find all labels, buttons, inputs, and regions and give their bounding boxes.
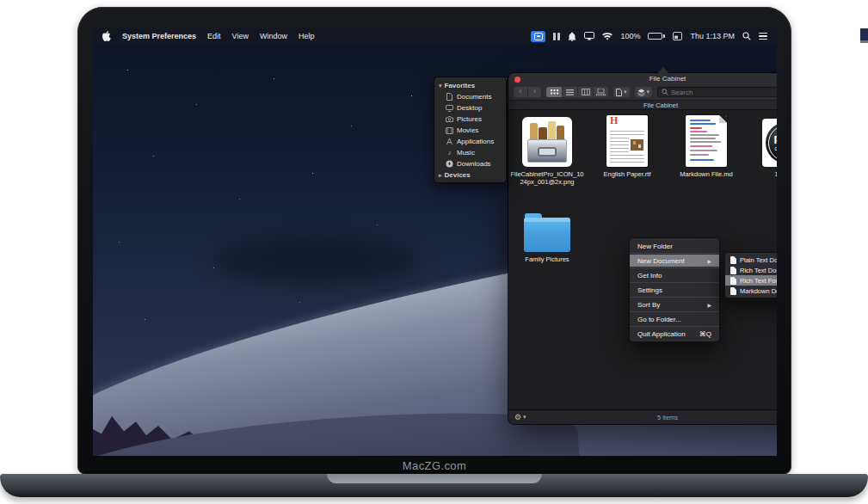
menu-item-settings[interactable]: Settings <box>630 284 719 296</box>
apple-menu[interactable] <box>102 31 111 41</box>
forward-button[interactable]: › <box>527 87 541 97</box>
sidebar-item-movies[interactable]: Movies <box>434 125 506 136</box>
document-icon <box>616 89 622 96</box>
folder-family-pictures[interactable]: Family Pictures <box>508 204 586 263</box>
gear-icon: ⚙ <box>514 413 521 421</box>
list-view-icon <box>566 89 574 95</box>
file-markdown-md[interactable]: Markdown File.md <box>668 114 745 178</box>
disclosure-down-icon: ▾ <box>439 83 442 89</box>
view-switcher <box>546 87 608 97</box>
sidebar-item-desktop[interactable]: Desktop <box>434 102 506 114</box>
chevron-down-icon: ▾ <box>647 89 650 95</box>
layers-icon <box>637 89 645 96</box>
submenu-arrow-icon: ▶ <box>707 258 711 264</box>
file-english-paper-rtf[interactable]: H English Paper.rtf <box>588 114 666 178</box>
stage: MacZG.com System Preferences Edit <box>0 0 868 504</box>
favorites-header[interactable]: ▾ Favorites <box>434 80 506 91</box>
column-view-button[interactable] <box>577 87 593 97</box>
menu-window[interactable]: Window <box>260 32 287 40</box>
title-bar[interactable]: File Cabinet <box>508 73 777 84</box>
battery-icon[interactable] <box>648 33 665 40</box>
sidebar-item-downloads[interactable]: Downloads <box>434 158 506 169</box>
submenu-item-plain-text[interactable]: Plain Text Document (TXT) <box>725 255 777 265</box>
menu-edit[interactable]: Edit <box>207 32 221 40</box>
apple-logo-icon <box>102 31 111 41</box>
toolbar: ‹ › <box>508 84 777 100</box>
downloads-icon <box>446 160 453 168</box>
favorites-panel: ▾ Favorites Documents Desktop Pictures <box>434 77 507 183</box>
submenu-item-rich-text[interactable]: Rich Text Document (RTF) <box>725 265 777 275</box>
back-button[interactable]: ‹ <box>514 87 527 97</box>
menu-help[interactable]: Help <box>299 32 315 40</box>
charging-bolt-icon <box>654 34 658 39</box>
file-label: FileCabinetPro_ICON_1024px_001@2x.png <box>508 170 586 186</box>
cabinet-thumbnail <box>522 117 572 167</box>
sidebar-item-documents[interactable]: Documents <box>434 91 506 102</box>
status-bar: ⚙ ▾ 5 items <box>508 409 777 424</box>
document-icon <box>730 287 736 295</box>
stars <box>93 44 94 45</box>
menu-view[interactable]: View <box>232 32 249 40</box>
menu-app-name[interactable]: System Preferences <box>122 32 196 40</box>
wifi-icon[interactable] <box>602 33 613 40</box>
menu-separator <box>630 297 719 298</box>
new-document-dropdown[interactable]: ▾ <box>613 87 630 97</box>
bell-icon[interactable] <box>568 32 576 41</box>
watermark: MacZG.com <box>77 459 791 472</box>
menu-item-new-document[interactable]: New Document ▶ <box>630 255 719 267</box>
cabinet-drawer-icon <box>534 33 543 40</box>
spotlight-search-icon[interactable] <box>742 32 751 40</box>
folder-icon <box>524 218 570 252</box>
gallery-view-button[interactable] <box>593 87 608 97</box>
file-label: English Paper.rtf <box>588 170 666 178</box>
notification-center-icon[interactable] <box>759 33 767 40</box>
gallery-view-icon <box>596 89 606 95</box>
menu-item-quit-application[interactable]: Quit Application ⌘Q <box>630 328 719 340</box>
search-field[interactable] <box>657 87 777 97</box>
new-document-submenu: Plain Text Document (TXT) Rich Text Docu… <box>724 252 777 298</box>
search-input[interactable] <box>671 89 777 96</box>
document-icon <box>446 93 453 101</box>
menu-item-new-folder[interactable]: New Folder <box>630 240 719 252</box>
submenu-item-rtfd[interactable]: Rich Text Format Directory (RTFD) <box>725 275 777 286</box>
laptop-base-notch <box>327 474 542 483</box>
file-label: Family Pictures <box>508 255 586 263</box>
tab-file-cabinet[interactable]: File Cabinet <box>508 101 777 109</box>
sidebar-item-pictures[interactable]: Pictures <box>434 114 506 125</box>
menu-separator <box>630 253 719 254</box>
chevron-down-icon: ▾ <box>624 89 627 95</box>
menu-item-sort-by[interactable]: Sort By ▶ <box>630 298 719 310</box>
icon-view-button[interactable] <box>546 87 562 97</box>
menu-extra-window-icon[interactable] <box>673 32 682 40</box>
rtf-thumbnail: H <box>606 115 648 167</box>
file-128-png[interactable]: Plist converter 128.png <box>748 114 777 178</box>
devices-header[interactable]: ▸ Devices <box>434 169 506 181</box>
close-button[interactable] <box>514 77 520 83</box>
file-filecabinetpro-png[interactable]: FileCabinetPro_ICON_1024px_001@2x.png <box>508 114 586 186</box>
file-cabinet-menubar-icon[interactable] <box>531 31 545 42</box>
music-note-icon: ♪ <box>446 149 453 157</box>
sidebar-item-music[interactable]: ♪ Music <box>434 147 506 158</box>
menu-extra-bars-icon[interactable] <box>553 33 560 40</box>
menu-item-get-info[interactable]: Get Info <box>630 269 719 281</box>
settings-dropdown[interactable]: ⚙ ▾ <box>514 413 526 421</box>
menu-separator <box>630 326 719 327</box>
menu-separator <box>630 311 719 312</box>
shortcut-label: ⌘Q <box>699 330 711 338</box>
md-thumbnail <box>686 115 727 167</box>
applications-icon <box>446 138 453 145</box>
list-view-button[interactable] <box>562 87 577 97</box>
document-icon <box>730 267 736 274</box>
actions-dropdown[interactable]: ▾ <box>635 87 653 97</box>
camera-icon <box>446 116 453 122</box>
submenu-item-markdown[interactable]: Markdown Document (MD) <box>725 286 777 296</box>
film-icon <box>446 127 453 134</box>
battery-percent: 100% <box>620 32 640 40</box>
tab-bar: File Cabinet + <box>508 100 777 110</box>
menu-clock[interactable]: Thu 1:13 PM <box>690 32 735 40</box>
submenu-arrow-icon: ▶ <box>707 302 711 308</box>
chevron-down-icon: ▾ <box>523 415 526 420</box>
airplay-display-icon[interactable] <box>584 32 594 40</box>
sidebar-item-applications[interactable]: Applications <box>434 136 506 147</box>
menu-item-go-to-folder[interactable]: Go to Folder... <box>630 313 719 325</box>
